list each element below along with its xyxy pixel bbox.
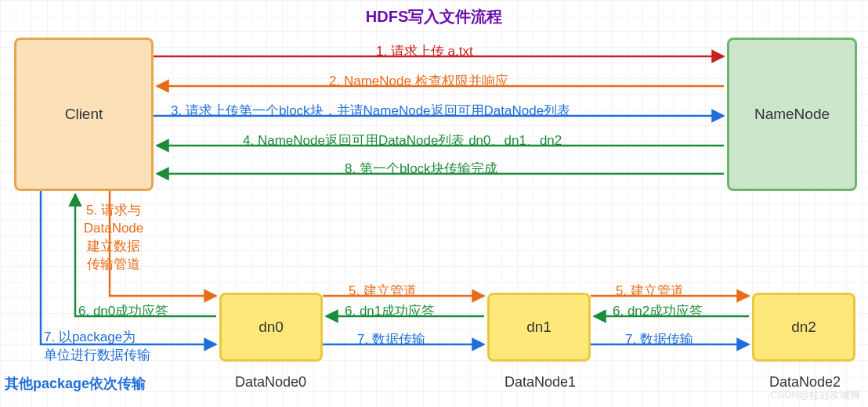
label-4: 4. NameNode返回可用DataNode列表 dn0、dn1、dn2 bbox=[243, 131, 562, 149]
watermark: CSDN@桂冠攻城狮 bbox=[770, 388, 860, 402]
label-6h2: 6. dn2成功应答 bbox=[613, 302, 703, 320]
namenode-box: NameNode bbox=[727, 38, 857, 191]
dn2-box: dn2 bbox=[752, 293, 855, 362]
label-7h1: 7. 数据传输 bbox=[357, 330, 425, 348]
label-5h1: 5. 建立管道 bbox=[349, 282, 417, 300]
label-3: 3. 请求上传第一个block块，并请NameNode返回可用DataNode列… bbox=[171, 102, 570, 120]
label-2: 2. NameNode 检查权限并响应 bbox=[329, 72, 508, 90]
dn0-box: dn0 bbox=[219, 293, 323, 362]
label-1: 1. 请求上传 a.txt bbox=[376, 42, 473, 60]
client-box: Client bbox=[14, 38, 154, 191]
label-6h1: 6. dn1成功应答 bbox=[345, 302, 435, 320]
label-5h2: 5. 建立管道 bbox=[616, 282, 684, 300]
diagram-canvas: HDFS写入文件流程 Client NameNode dn0 dn1 dn2 D… bbox=[0, 0, 868, 407]
dn1-box: dn1 bbox=[487, 293, 591, 362]
label-6v: 6. dn0成功应答 bbox=[78, 302, 168, 320]
label-8: 8. 第一个block块传输完成 bbox=[345, 160, 497, 178]
label-7h2: 7. 数据传输 bbox=[625, 330, 693, 348]
dn1-label: DataNode1 bbox=[505, 374, 576, 391]
dn0-label: DataNode0 bbox=[235, 374, 306, 391]
label-7v: 7. 以package为 单位进行数据传输 bbox=[44, 329, 169, 365]
package-note: 其他package依次传输 bbox=[5, 374, 146, 393]
label-5v: 5. 请求与 DataNode 建立数据 传输管道 bbox=[78, 202, 149, 274]
diagram-title: HDFS写入文件流程 bbox=[366, 6, 502, 27]
